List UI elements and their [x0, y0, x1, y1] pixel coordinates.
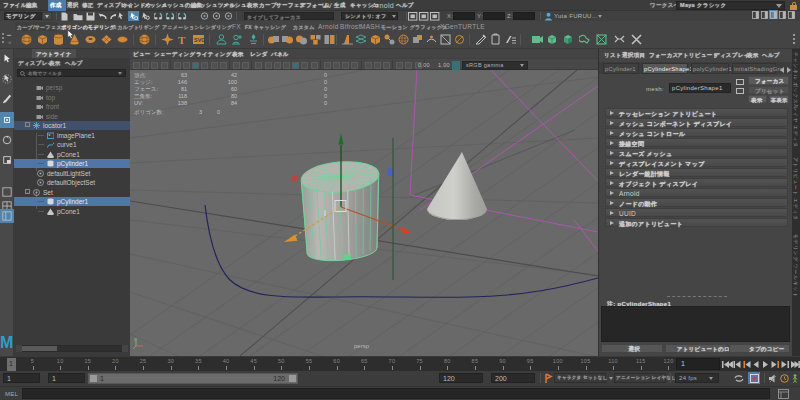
svg-text:0: 0	[324, 72, 327, 78]
svg-text:0: 0	[217, 109, 220, 115]
svg-text:80: 80	[231, 93, 237, 99]
svg-text:84: 84	[231, 100, 237, 106]
svg-text:0: 0	[324, 93, 327, 99]
svg-text:42: 42	[231, 72, 237, 78]
svg-text:60: 60	[231, 86, 237, 92]
svg-text:0: 0	[324, 79, 327, 85]
svg-text:3: 3	[199, 109, 202, 115]
svg-text:118: 118	[178, 93, 187, 99]
svg-text:三角形:: 三角形:	[134, 93, 153, 99]
svg-text:138: 138	[178, 100, 187, 106]
svg-text:81: 81	[181, 86, 187, 92]
svg-text:フェース:: フェース:	[134, 86, 158, 92]
svg-text:100: 100	[228, 79, 237, 85]
svg-text:UV:: UV:	[134, 100, 143, 106]
svg-text:SVG: SVG	[194, 37, 205, 43]
svg-text:146: 146	[178, 79, 187, 85]
svg-text:頂点:: 頂点:	[134, 72, 147, 78]
svg-text:persp: persp	[354, 343, 370, 349]
svg-text:y: y	[134, 336, 136, 341]
svg-text:0: 0	[324, 100, 327, 106]
svg-text:ポリゴン数:: ポリゴン数:	[134, 109, 164, 115]
svg-text:エッジ:: エッジ:	[134, 79, 153, 85]
svg-text:63: 63	[181, 72, 187, 78]
svg-text:0: 0	[324, 86, 327, 92]
